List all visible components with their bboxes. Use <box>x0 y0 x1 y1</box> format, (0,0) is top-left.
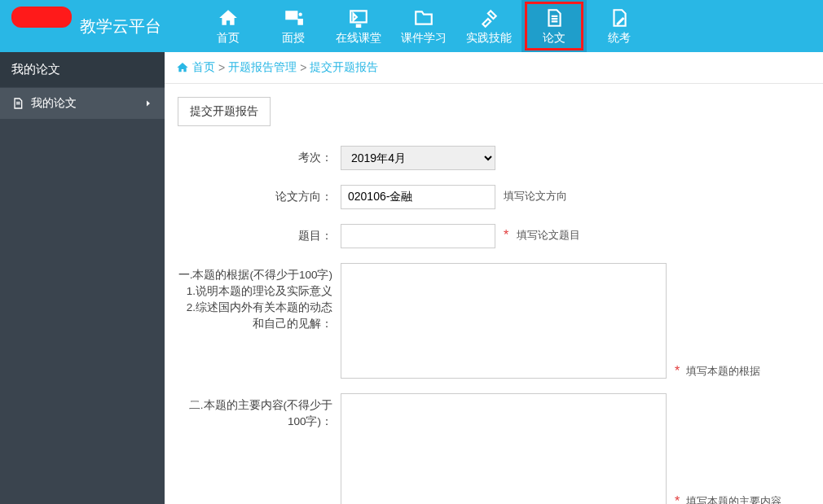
content: 首页 > 开题报告管理 > 提交开题报告 提交开题报告 考次： 2019年4月 … <box>165 52 823 504</box>
home-icon <box>212 7 244 29</box>
crumb-sep: > <box>300 61 306 74</box>
page-body: 我的论文 我的论文 首页 > 开题报告管理 > 提交开题报告 提交开题报告 考次… <box>0 52 823 504</box>
label-content: 二.本题的主要内容(不得少于100字)： <box>178 393 341 430</box>
row-basis: 一.本题的根据(不得少于100字) 1.说明本题的理论及实际意义 2.综述国内外… <box>178 263 810 379</box>
direction-input[interactable] <box>341 185 495 209</box>
document-small-icon <box>11 97 24 110</box>
nav-practice[interactable]: 实践技能 <box>456 0 522 52</box>
sidebar-item-label: 我的论文 <box>31 96 77 111</box>
content-textarea[interactable] <box>341 393 667 504</box>
tools-icon <box>473 7 505 29</box>
nav-label: 论文 <box>543 31 566 46</box>
folder-icon <box>407 7 440 29</box>
sidebar-filler <box>0 119 165 504</box>
breadcrumb: 首页 > 开题报告管理 > 提交开题报告 <box>165 52 823 84</box>
nav-label: 实践技能 <box>466 31 512 46</box>
row-title: 题目： * 填写论文题目 <box>178 224 810 248</box>
brand-area: 教学云平台 <box>0 0 163 52</box>
crumb-sep: > <box>218 61 225 74</box>
form-zone: 提交开题报告 考次： 2019年4月 论文方向： 填写论文方向 <box>165 84 823 504</box>
brand-title: 教学云平台 <box>11 15 161 37</box>
screen-icon <box>342 7 375 29</box>
nav-exam[interactable]: 统考 <box>587 0 652 52</box>
submit-report-button[interactable]: 提交开题报告 <box>178 97 271 126</box>
required-mark: * <box>504 224 508 243</box>
hint-basis: 填写本题的根据 <box>686 360 760 379</box>
hint-title: 填写论文题目 <box>517 224 580 243</box>
nav-offline[interactable]: 面授 <box>261 0 326 52</box>
row-direction: 论文方向： 填写论文方向 <box>178 185 810 209</box>
basis-textarea[interactable] <box>341 263 667 379</box>
crumb-root[interactable]: 首页 <box>192 60 215 75</box>
top-nav: 教学云平台 首页 面授 在线课堂 课件学习 <box>0 0 823 52</box>
nav-label: 课件学习 <box>401 31 447 46</box>
row-term: 考次： 2019年4月 <box>178 146 810 170</box>
teacher-icon <box>277 7 310 29</box>
nav-label: 统考 <box>608 31 631 46</box>
sidebar-title: 我的论文 <box>0 52 165 87</box>
nav-thesis[interactable]: 论文 <box>522 0 587 52</box>
label-title: 题目： <box>178 224 341 244</box>
nav-items: 首页 面授 在线课堂 课件学习 实践技能 <box>196 0 652 52</box>
edit-document-icon <box>603 7 636 29</box>
title-input[interactable] <box>341 224 495 248</box>
required-mark: * <box>675 490 680 504</box>
label-term: 考次： <box>178 146 341 166</box>
row-content: 二.本题的主要内容(不得少于100字)： * 填写本题的主要内容 <box>178 393 810 504</box>
nav-courseware[interactable]: 课件学习 <box>391 0 456 52</box>
document-icon <box>538 7 570 29</box>
nav-label: 首页 <box>217 31 240 46</box>
hint-content: 填写本题的主要内容 <box>686 490 781 504</box>
term-select[interactable]: 2019年4月 <box>341 146 495 170</box>
crumb-mid[interactable]: 开题报告管理 <box>228 60 297 75</box>
label-direction: 论文方向： <box>178 185 341 205</box>
nav-home[interactable]: 首页 <box>196 0 261 52</box>
chevron-right-icon <box>143 99 153 108</box>
home-small-icon <box>176 61 189 74</box>
required-mark: * <box>675 360 680 379</box>
label-basis: 一.本题的根据(不得少于100字) 1.说明本题的理论及实际意义 2.综述国内外… <box>178 263 341 332</box>
nav-label: 面授 <box>282 31 305 46</box>
sidebar: 我的论文 我的论文 <box>0 52 165 504</box>
hint-direction: 填写论文方向 <box>504 185 567 204</box>
nav-online[interactable]: 在线课堂 <box>326 0 391 52</box>
nav-label: 在线课堂 <box>336 31 381 46</box>
crumb-last: 提交开题报告 <box>310 60 378 75</box>
sidebar-item-my-thesis[interactable]: 我的论文 <box>0 87 165 119</box>
